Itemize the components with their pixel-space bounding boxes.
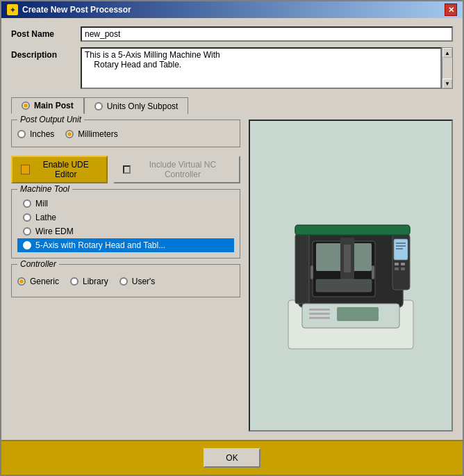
- generic-radio[interactable]: [17, 277, 26, 286]
- generic-label: Generic: [30, 277, 59, 286]
- description-label: Description: [11, 47, 74, 60]
- users-label: User's: [132, 277, 156, 286]
- scroll-down-btn[interactable]: ▼: [442, 79, 452, 88]
- tab-units-radio: [94, 102, 103, 110]
- title-bar: ✦ Create New Post Processor ✕: [1, 1, 463, 18]
- millimeters-option[interactable]: Millimeters: [65, 127, 117, 141]
- virtual-nc-checkbox[interactable]: [123, 165, 131, 174]
- 5axis-radio[interactable]: [23, 241, 31, 249]
- lathe-radio[interactable]: [23, 213, 31, 222]
- tab-main-radio: [22, 101, 30, 110]
- users-option[interactable]: User's: [119, 274, 156, 288]
- controller-label: Controller: [17, 259, 59, 269]
- mill-label: Mill: [35, 199, 48, 208]
- enable-ude-button[interactable]: Enable UDE Editor: [11, 156, 108, 183]
- close-button[interactable]: ✕: [445, 3, 457, 16]
- window-title: Create New Post Processor: [22, 5, 131, 15]
- svg-rect-21: [309, 313, 330, 315]
- virtual-nc-button[interactable]: Include Virtual NC Controller: [113, 156, 240, 183]
- tab-units-subpost[interactable]: Units Only Subpost: [84, 97, 189, 114]
- svg-rect-20: [309, 309, 330, 311]
- lathe-label: Lathe: [35, 213, 56, 222]
- machine-image: [249, 120, 453, 432]
- machine-5axis-option[interactable]: 5-Axis with Rotary Head and Tabl...: [17, 238, 234, 252]
- mill-radio[interactable]: [23, 199, 31, 208]
- svg-rect-14: [395, 263, 399, 265]
- ude-icon: [21, 165, 30, 174]
- svg-rect-23: [337, 307, 379, 321]
- generic-option[interactable]: Generic: [17, 274, 59, 288]
- inches-label: Inches: [30, 129, 54, 139]
- library-radio[interactable]: [70, 277, 78, 286]
- machine-tool-label: Machine Tool: [17, 184, 72, 194]
- inches-radio[interactable]: [17, 130, 26, 138]
- enable-ude-label: Enable UDE Editor: [34, 160, 98, 179]
- svg-rect-6: [316, 279, 372, 292]
- post-name-input[interactable]: [81, 26, 453, 42]
- description-wrapper: This is a 5-Axis Milling Machine With Ro…: [81, 47, 453, 89]
- library-label: Library: [83, 277, 108, 286]
- svg-rect-24: [372, 265, 374, 279]
- tab-main-post[interactable]: Main Post: [11, 97, 84, 114]
- tab-units-label: Units Only Subpost: [107, 101, 179, 111]
- dialog-footer: OK: [1, 440, 463, 475]
- app-icon: ✦: [7, 4, 18, 15]
- machine-mill-option[interactable]: Mill: [17, 197, 234, 211]
- dialog-window: ✦ Create New Post Processor ✕ Post Name …: [0, 0, 464, 476]
- svg-rect-16: [395, 268, 399, 270]
- svg-rect-25: [310, 265, 313, 279]
- machine-lathe-option[interactable]: Lathe: [17, 211, 234, 224]
- svg-rect-5: [344, 245, 351, 272]
- description-scrollbar[interactable]: ▲ ▼: [442, 47, 453, 89]
- description-input[interactable]: This is a 5-Axis Milling Machine With Ro…: [81, 47, 442, 89]
- svg-rect-17: [401, 268, 405, 270]
- users-radio[interactable]: [119, 277, 128, 286]
- units-row: Inches Millimeters: [17, 127, 234, 141]
- ok-button[interactable]: OK: [204, 448, 260, 468]
- svg-rect-15: [401, 263, 405, 265]
- svg-rect-22: [309, 317, 330, 319]
- millimeters-label: Millimeters: [78, 129, 117, 139]
- machine-wire-edm-option[interactable]: Wire EDM: [17, 224, 234, 238]
- post-output-unit-group: Post Output Unit Inches Millimeters: [11, 120, 240, 147]
- machine-tool-group: Machine Tool Mill Lathe Wire EDM: [11, 189, 240, 258]
- post-name-row: Post Name: [11, 26, 453, 42]
- scroll-up-btn[interactable]: ▲: [442, 48, 452, 58]
- right-column: [249, 120, 453, 432]
- tab-bar: Main Post Units Only Subpost: [11, 97, 453, 114]
- wire-edm-radio[interactable]: [23, 227, 31, 236]
- left-column: Post Output Unit Inches Millimeters: [11, 120, 240, 432]
- dialog-content: Post Name Description This is a 5-Axis M…: [1, 18, 463, 440]
- 5axis-label: 5-Axis with Rotary Head and Tabl...: [35, 240, 165, 250]
- svg-rect-10: [395, 240, 407, 259]
- controller-group: Controller Generic Library User's: [11, 264, 240, 297]
- millimeters-radio[interactable]: [65, 130, 74, 138]
- description-row: Description This is a 5-Axis Milling Mac…: [11, 47, 453, 89]
- virtual-nc-label: Include Virtual NC Controller: [135, 160, 231, 179]
- svg-rect-18: [295, 225, 410, 235]
- main-area: Post Output Unit Inches Millimeters: [11, 120, 453, 432]
- post-name-label: Post Name: [11, 26, 74, 39]
- inches-option[interactable]: Inches: [17, 127, 54, 141]
- tab-main-label: Main Post: [34, 101, 74, 110]
- wire-edm-label: Wire EDM: [35, 227, 74, 236]
- title-bar-text: ✦ Create New Post Processor: [7, 4, 131, 15]
- button-area: Enable UDE Editor Include Virtual NC Con…: [11, 156, 240, 183]
- post-output-unit-label: Post Output Unit: [17, 115, 84, 124]
- svg-rect-7: [295, 234, 309, 304]
- library-option[interactable]: Library: [70, 274, 108, 288]
- machine-svg: [281, 196, 420, 356]
